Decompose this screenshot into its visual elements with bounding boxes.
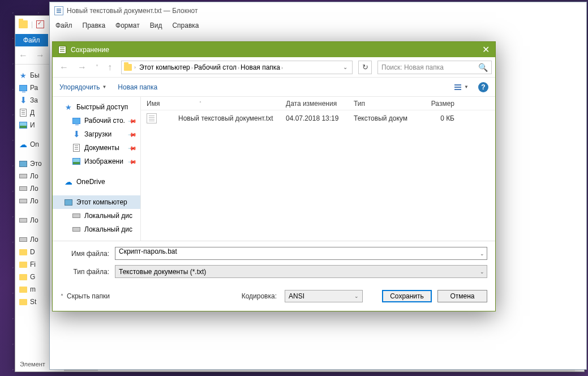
pin-icon: 📌 [128, 143, 137, 152]
hide-folders-button[interactable]: ˄ Скрыть папки [61, 292, 110, 300]
search-icon[interactable]: 🔍 [478, 63, 488, 72]
sort-icon: ˄ [199, 101, 201, 106]
address-bar[interactable]: › Этот компьютер›Рабочий стол›Новая папк… [121, 61, 353, 74]
encoding-label: Кодировка: [242, 292, 277, 300]
menu-item[interactable]: Файл [55, 22, 72, 29]
folder-icon [124, 64, 132, 71]
folder-icon [19, 20, 28, 28]
bg-tree-item[interactable]: m [19, 283, 46, 296]
dialog-icon [58, 46, 66, 54]
text-file-icon [147, 113, 157, 123]
ribbon-tab-file[interactable]: Файл [15, 34, 48, 46]
filetype-combo[interactable]: Текстовые документы (*.txt) ⌄ [115, 265, 487, 278]
bg-tree-item[interactable]: ☁On [19, 138, 46, 151]
menu-item[interactable]: Справка [172, 22, 199, 29]
chevron-down-icon: ▼ [102, 84, 106, 89]
notepad-titlebar: Новый текстовый документ.txt — Блокнот [50, 2, 586, 19]
pin-icon: 📌 [128, 157, 137, 166]
dialog-tree: ★Быстрый доступРабочий сто.📌⬇Загрузки📌До… [53, 97, 141, 241]
breadcrumb-item[interactable]: Новая папка [239, 63, 281, 71]
bg-tree-item[interactable]: Ра [19, 82, 46, 94]
notepad-menu: ФайлПравкаФорматВидСправка [50, 19, 586, 32]
col-name[interactable]: Имя [147, 100, 160, 108]
bg-tree-item[interactable]: Д [19, 106, 46, 119]
refresh-button[interactable]: ↻ [358, 61, 372, 74]
tree-item[interactable]: Документы📌 [53, 141, 140, 155]
bg-tree-item[interactable]: ★Бы [19, 69, 46, 82]
fwd-icon[interactable]: → [74, 62, 90, 72]
file-row[interactable]: Новый текстовый документ.txt04.07.2018 1… [141, 110, 495, 126]
bg-tree-item[interactable]: Это [19, 157, 46, 170]
tree-item[interactable]: ☁OneDrive [53, 175, 140, 189]
new-folder-button[interactable]: Новая папка [118, 83, 157, 91]
up-icon[interactable]: ↑ [104, 62, 115, 72]
chevron-down-icon: ▼ [464, 84, 469, 90]
cancel-button[interactable]: Отмена [437, 290, 487, 302]
menu-item[interactable]: Формат [115, 22, 140, 29]
filename-label: Имя файла: [61, 250, 115, 258]
bg-tree-item[interactable]: ⬇За [19, 94, 46, 106]
encoding-combo[interactable]: ANSI ⌄ [285, 290, 363, 302]
dialog-bottom: Имя файла: Скрипт-пароль.bat ⌄ Тип файла… [53, 241, 495, 307]
bg-tree-item[interactable]: G [19, 271, 46, 283]
bg-tree-item[interactable]: D [19, 246, 46, 258]
bg-tree-item[interactable]: И [19, 119, 46, 131]
bg-tree-item[interactable]: Ло [19, 182, 46, 195]
tree-item[interactable]: Локальный дис [53, 223, 140, 236]
back-icon[interactable]: ← [56, 62, 72, 72]
back-icon[interactable]: ← [19, 50, 28, 61]
check-icon [36, 20, 44, 28]
list-header[interactable]: Имя˄ Дата изменения Тип Размер [141, 97, 495, 110]
chevron-down-icon[interactable]: ˅ [92, 64, 102, 70]
menu-item[interactable]: Вид [150, 22, 162, 29]
view-button[interactable]: ▼ [453, 83, 470, 92]
bg-tree: ★БыРа⬇ЗаДИ☁OnЭтоЛоЛоЛоЛоЛоDFiGmSt [15, 65, 48, 358]
dialog-toolbar: Упорядочить ▼ Новая папка ▼ ? [53, 78, 495, 97]
dialog-title: Сохранение [71, 46, 109, 54]
chevron-down-icon[interactable]: ⌄ [341, 64, 350, 70]
chevron-down-icon[interactable]: ⌄ [354, 293, 359, 299]
bg-tree-item[interactable]: Ло [19, 233, 46, 246]
menu-item[interactable]: Правка [83, 22, 106, 29]
breadcrumb-item[interactable]: Этот компьютер [138, 63, 191, 71]
bg-tree-item[interactable]: Ло [19, 214, 46, 227]
breadcrumb-item[interactable]: Рабочий стол [193, 63, 238, 71]
tree-item[interactable]: Рабочий сто.📌 [53, 114, 140, 127]
save-button[interactable]: Сохранить [382, 290, 432, 302]
col-size[interactable]: Размер [420, 100, 466, 108]
help-button[interactable]: ? [478, 82, 488, 92]
chevron-down-icon[interactable]: ⌄ [480, 251, 484, 257]
chevron-right-icon[interactable]: › [134, 65, 136, 70]
bg-tree-item[interactable]: Fi [19, 258, 46, 271]
notepad-title: Новый текстовый документ.txt — Блокнот [67, 7, 198, 15]
search-placeholder: Поиск: Новая папка [381, 63, 444, 71]
filetype-label: Тип файла: [61, 268, 115, 276]
dialog-nav: ← → ˅ ↑ › Этот компьютер›Рабочий стол›Но… [53, 57, 495, 78]
bg-status-bar: Элемент [15, 359, 50, 371]
bg-tree-item[interactable]: St [19, 296, 46, 308]
tree-item[interactable]: Локальный дис [53, 209, 140, 223]
pin-icon: 📌 [128, 130, 137, 139]
tree-item[interactable]: Изображени📌 [53, 155, 140, 168]
fwd-icon[interactable]: → [36, 50, 45, 61]
search-input[interactable]: Поиск: Новая папка 🔍 [377, 61, 492, 74]
filename-input[interactable]: Скрипт-пароль.bat ⌄ [115, 247, 487, 260]
tree-item[interactable]: ★Быстрый доступ [53, 100, 140, 114]
pin-icon: 📌 [128, 116, 137, 125]
file-list: Имя˄ Дата изменения Тип Размер Новый тек… [141, 97, 495, 241]
chevron-up-icon: ˄ [61, 293, 63, 300]
chevron-right-icon[interactable]: › [281, 65, 283, 71]
divider: | [31, 20, 33, 28]
notepad-icon [54, 6, 63, 15]
tree-item[interactable]: ⬇Загрузки📌 [53, 127, 140, 141]
close-icon[interactable]: ✕ [482, 44, 490, 55]
col-date[interactable]: Дата изменения [286, 100, 354, 108]
tree-item[interactable]: Этот компьютер [53, 195, 140, 209]
bg-tree-item[interactable]: Ло [19, 195, 46, 207]
bg-tree-item[interactable]: Ло [19, 170, 46, 182]
chevron-down-icon[interactable]: ⌄ [480, 269, 484, 275]
organize-button[interactable]: Упорядочить ▼ [59, 83, 106, 91]
save-dialog: Сохранение ✕ ← → ˅ ↑ › Этот компьютер›Ра… [52, 41, 496, 311]
dialog-titlebar[interactable]: Сохранение ✕ [53, 42, 495, 57]
col-type[interactable]: Тип [354, 100, 420, 108]
